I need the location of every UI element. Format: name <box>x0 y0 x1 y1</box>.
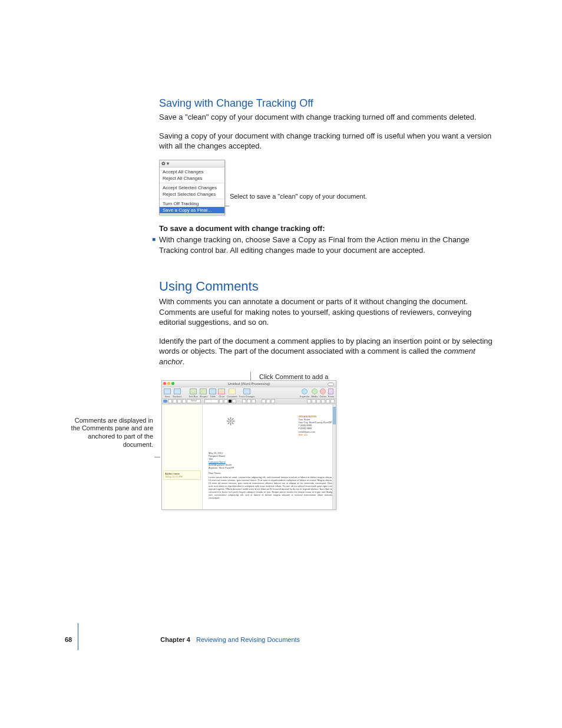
action-menu-figure: ✿ ▾ Accept All Changes Reject All Change… <box>159 160 495 213</box>
howto-heading: To save a document with change tracking … <box>159 223 494 234</box>
inspector-icon[interactable] <box>163 400 167 403</box>
para-text: . <box>183 357 185 366</box>
toolbar-comment-button[interactable]: Comment <box>227 388 237 398</box>
comments-pane: Author name Today, 12:25 PM <box>162 404 203 509</box>
style-select[interactable]: Normal <box>187 399 201 403</box>
fmt-seg[interactable] <box>321 399 325 403</box>
window-titlebar: Untitled (Word Processing) <box>162 381 336 387</box>
para: Identify the part of the document a comm… <box>159 336 494 367</box>
fmt-seg[interactable] <box>177 399 181 403</box>
fmt-seg[interactable] <box>224 399 228 403</box>
page-content: Saving with Change Tracking Off Save a "… <box>65 97 495 529</box>
toolbar-inspector-button[interactable]: Inspector <box>300 388 309 398</box>
format-bar: Normal … <box>162 399 336 404</box>
toolbar-textbox-button[interactable]: Text Box <box>189 388 197 398</box>
toolbar: View Sections Text Box Shapes Table Char… <box>162 387 336 399</box>
menu-item-reject-selected[interactable]: Reject Selected Changes <box>163 191 222 197</box>
bullet-icon: ■ <box>152 235 159 255</box>
minimize-icon[interactable] <box>167 382 170 385</box>
bullet-text: With change tracking on, choose Save a C… <box>159 235 495 255</box>
fmt-seg[interactable] <box>312 399 316 403</box>
menu-item-accept-all[interactable]: Accept All Changes <box>163 169 222 175</box>
window-title: Untitled (Word Processing) <box>228 382 270 386</box>
fmt-seg[interactable] <box>326 399 330 403</box>
vertical-scrollbar[interactable] <box>332 404 336 509</box>
document-canvas[interactable]: ❊ ORGANIZATION Your Street Your City, St… <box>203 404 336 509</box>
chapter-title: Reviewing and Revising Documents <box>196 636 300 643</box>
toolbar-toggle-icon[interactable] <box>328 383 334 386</box>
font-select[interactable]: … <box>204 399 219 403</box>
para: Saving a copy of your document with chan… <box>159 131 494 151</box>
callout-line <box>154 457 160 457</box>
para: With comments you can annotate a documen… <box>159 297 494 328</box>
menu-item-save-copy-as-final[interactable]: Save a Copy as Final… <box>160 207 224 213</box>
mac-window: Untitled (Word Processing) View Sections… <box>161 380 336 510</box>
document-area: Author name Today, 12:25 PM ❊ ORGANIZATI… <box>162 404 336 509</box>
toolbar-table-button[interactable]: Table <box>209 388 216 398</box>
comment-time: Today, 12:25 PM <box>165 475 199 478</box>
fmt-seg[interactable] <box>182 399 186 403</box>
bullet-item: ■ With change tracking on, choose Save a… <box>152 235 495 255</box>
fmt-seg[interactable] <box>330 399 335 403</box>
fmt-seg[interactable] <box>252 399 256 403</box>
action-menu: ✿ ▾ Accept All Changes Reject All Change… <box>159 160 225 215</box>
callout-text: Select to save a "clean" copy of your do… <box>230 193 367 200</box>
menu-item-turn-off-tracking[interactable]: Turn Off Tracking <box>163 200 222 207</box>
fmt-seg[interactable] <box>173 399 177 403</box>
callout-line <box>250 372 251 380</box>
toolbar-colors-button[interactable]: Colors <box>319 388 326 398</box>
comments-window-figure: Comments are displayed in the Comments p… <box>159 375 489 529</box>
fmt-seg[interactable] <box>168 399 172 403</box>
para: Save a "clean" copy of your document wit… <box>159 112 494 123</box>
letterhead: ORGANIZATION Your Street Your City, Stat… <box>298 415 332 436</box>
callout-comments-pane: Comments are displayed in the Comments p… <box>65 417 153 449</box>
fmt-seg[interactable] <box>232 399 236 403</box>
snowflake-icon: ❊ <box>226 415 235 428</box>
fmt-seg[interactable] <box>271 399 275 403</box>
zoom-icon[interactable] <box>171 382 174 385</box>
action-menu-header[interactable]: ✿ ▾ <box>160 160 224 167</box>
chapter-label: Chapter 4 <box>160 636 190 643</box>
fmt-seg[interactable] <box>219 399 223 403</box>
comment-card[interactable]: Author name Today, 12:25 PM <box>163 470 201 480</box>
toolbar-view-button[interactable]: View <box>164 388 171 398</box>
letter-body: May 20, 2011 Recipient Name Title Compan… <box>209 452 332 499</box>
close-icon[interactable] <box>163 382 166 385</box>
fmt-seg[interactable] <box>247 399 251 403</box>
page-number: 68 <box>65 636 72 643</box>
fmt-seg[interactable] <box>242 399 246 403</box>
menu-item-reject-all[interactable]: Reject All Changes <box>163 175 222 182</box>
fmt-seg[interactable] <box>307 399 311 403</box>
toolbar-shapes-button[interactable]: Shapes <box>200 388 208 398</box>
section-heading-using-comments: Using Comments <box>159 279 494 294</box>
fmt-seg[interactable] <box>262 399 266 403</box>
toolbar-fonts-button[interactable]: Fonts <box>328 388 334 398</box>
traffic-lights[interactable] <box>163 382 174 385</box>
para-text: Identify the part of the document a comm… <box>159 337 492 356</box>
toolbar-chart-button[interactable]: Chart <box>218 388 225 398</box>
toolbar-sections-button[interactable]: Sections <box>173 388 181 398</box>
color-swatch[interactable] <box>229 400 232 403</box>
scrollbar-thumb[interactable] <box>333 407 336 424</box>
toolbar-track-changes-button[interactable]: Track Changes <box>239 388 255 398</box>
fmt-seg[interactable] <box>316 399 320 403</box>
callout-line <box>224 206 229 206</box>
section-heading-saving: Saving with Change Tracking Off <box>159 97 494 110</box>
toolbar-media-button[interactable]: Media <box>312 388 318 398</box>
menu-item-accept-selected[interactable]: Accept Selected Changes <box>163 185 222 191</box>
page-footer: 68 Chapter 4 Reviewing and Revising Docu… <box>65 636 495 643</box>
fmt-seg[interactable] <box>266 399 270 403</box>
